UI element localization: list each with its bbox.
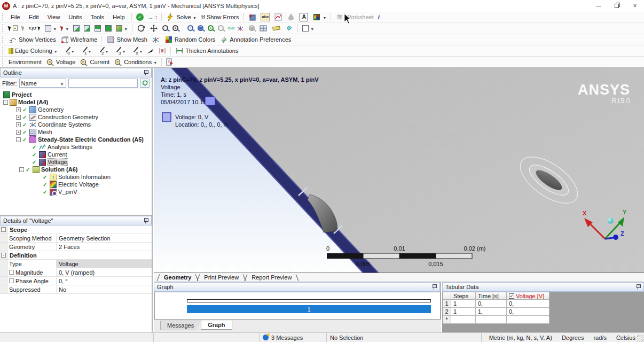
conditions-dropdown[interactable]: Conditions [112, 57, 159, 67]
tree-item-project[interactable]: Project [0, 91, 152, 98]
show-mesh-button[interactable]: Show Mesh [104, 35, 149, 44]
iso-view-icon[interactable]: ISO [226, 24, 247, 33]
menu-units[interactable]: Units [64, 13, 86, 21]
zoom-fit-icon[interactable]: ▣ [195, 25, 206, 32]
checkbox-icon[interactable] [9, 278, 14, 283]
selection-filter-dropdown[interactable] [43, 25, 59, 32]
menu-tools[interactable]: Tools [86, 13, 108, 21]
details-row-magnitude[interactable]: Magnitude 0, V (ramped) [0, 268, 152, 277]
menu-view[interactable]: View [43, 13, 65, 21]
toolbar-grip[interactable] [2, 58, 4, 66]
pan-icon[interactable] [147, 24, 160, 33]
body-filter-icon[interactable] [103, 25, 114, 32]
details-row-scoping-method[interactable]: Scoping Method Geometry Selection [0, 234, 152, 243]
hit-point-icon[interactable] [20, 25, 27, 32]
column-steps[interactable]: Steps [451, 292, 476, 300]
column-time[interactable]: Time [s] [476, 292, 507, 300]
ruler-icon[interactable] [270, 24, 282, 33]
image-capture-icon[interactable] [310, 12, 328, 22]
annotation-abc-icon[interactable]: abc [258, 12, 272, 22]
voltage-button[interactable]: Voltage [44, 57, 78, 67]
edge-direction-0-dropdown[interactable]: 0 [60, 46, 77, 55]
details-row-phase-angle[interactable]: Phase Angle 0, ° [0, 277, 152, 285]
worksheet-export-icon[interactable] [164, 58, 175, 66]
close-button[interactable]: × [626, 0, 644, 12]
unit-system[interactable]: Metric (m, kg, N, s, V, A) [489, 335, 552, 341]
filter-type-dropdown[interactable]: Name [19, 79, 66, 88]
filter-search-input[interactable] [68, 79, 138, 88]
tree-item-solution[interactable]: -✓Solution (A6) [0, 166, 152, 173]
mesh-metric-icon[interactable] [150, 35, 162, 44]
show-errors-button[interactable]: ?/ Show Errors [199, 13, 241, 21]
tree-item-current[interactable]: ✓Current [0, 151, 152, 158]
coordinate-pick-icon[interactable]: x,y,z [27, 25, 43, 32]
random-colors-button[interactable]: Random Colors [162, 35, 217, 44]
tree-item-solution-information[interactable]: ✓!Solution Information [0, 173, 152, 181]
tag-icon[interactable] [282, 24, 295, 33]
time-track[interactable] [187, 299, 431, 302]
details-row-geometry[interactable]: Geometry 2 Faces [0, 243, 152, 251]
details-row-suppressed[interactable]: Suppressed No [0, 285, 152, 294]
tree-item-electric-voltage[interactable]: ✓Electric Voltage [0, 181, 152, 188]
solve-button[interactable]: Solve [164, 12, 198, 22]
temperature-unit[interactable]: Celsius [616, 335, 635, 341]
show-vertices-button[interactable]: Show Vertices [6, 35, 58, 44]
box-zoom-icon[interactable]: ▫ [185, 25, 195, 32]
menu-file[interactable]: File [6, 13, 25, 21]
checked-checkbox-icon[interactable]: ✓ [509, 293, 514, 299]
viewports-icon[interactable] [257, 24, 270, 33]
details-group-scope[interactable]: - Scope [0, 226, 152, 234]
restore-button[interactable] [608, 0, 626, 12]
edge-direction-x-dropdown[interactable]: x [128, 46, 145, 55]
extend-selection-dropdown[interactable] [114, 25, 130, 32]
zoom-in-icon[interactable]: + [170, 25, 180, 32]
new-chart-icon[interactable] [272, 12, 285, 22]
toolbar-grip[interactable] [2, 24, 4, 32]
model-viewport[interactable]: 0 0,01 0,02 (m) 0,005 0,015 A: z pinC=70… [154, 68, 644, 273]
edge-direction-2-dropdown[interactable]: 2 [94, 46, 111, 55]
tree-item-steady-state-electric-conduction[interactable]: -✓Steady-State Electric Conduction (A5) [0, 136, 152, 143]
goto-icon[interactable]: →: [146, 13, 160, 21]
status-messages[interactable]: 3 Messages [260, 333, 327, 342]
rotate-icon[interactable] [135, 24, 147, 33]
refresh-tree-button[interactable] [140, 79, 150, 88]
tree-item-v-pinv[interactable]: ✓V_pinV [0, 188, 152, 196]
details-group-definition[interactable]: - Definition [0, 251, 152, 260]
magnify-out-icon[interactable]: − [216, 25, 226, 32]
tree-item-model[interactable]: -Model (A4) [0, 98, 152, 106]
tab-print-preview[interactable]: Print Preview [200, 274, 243, 281]
toolbar-grip[interactable] [2, 13, 4, 20]
chevron-down-icon[interactable] [193, 14, 197, 20]
status-units[interactable]: Metric (m, kg, N, s, V, A) Degrees rad/s… [482, 333, 644, 342]
resize-grip[interactable] [637, 335, 643, 341]
minimize-button[interactable] [590, 0, 608, 12]
checkbox-icon[interactable] [9, 270, 14, 275]
tab-geometry[interactable]: Geometry [160, 274, 195, 281]
tree-item-voltage[interactable]: ✓Voltage [0, 158, 152, 166]
pin-icon[interactable] [431, 284, 437, 290]
angle-unit[interactable]: Degrees [562, 335, 584, 341]
toolbar-grip[interactable] [2, 47, 4, 55]
edge-direction-3-dropdown[interactable]: 3 [111, 46, 128, 55]
step-bar[interactable]: 1 [187, 305, 431, 313]
thin-annotations-icon[interactable] [156, 47, 168, 55]
menu-help[interactable]: Help [108, 13, 129, 21]
tree-item-mesh[interactable]: +✓Mesh [0, 128, 152, 136]
toolbar-grip[interactable] [2, 36, 4, 43]
thicken-annotations-button[interactable]: Thicken Annotations [173, 46, 240, 56]
graph-canvas[interactable]: 1 [154, 292, 441, 320]
tree-item-analysis-settings[interactable]: ✓Analysis Settings [0, 143, 152, 151]
edge-filter-icon[interactable] [82, 25, 92, 32]
tree-item-construction-geometry[interactable]: +✓Construction Geometry [0, 113, 152, 121]
zoom-out-icon[interactable]: − [160, 25, 170, 32]
pin-icon[interactable] [143, 217, 148, 224]
menu-edit[interactable]: Edit [25, 13, 43, 21]
wireframe-button[interactable]: Wireframe [58, 35, 100, 44]
pin-icon[interactable] [143, 69, 148, 76]
direction-pin-icon[interactable] [145, 47, 156, 55]
column-voltage[interactable]: ✓Voltage [V] [507, 292, 549, 300]
text-annotation-icon[interactable]: A [297, 12, 310, 22]
tab-report-preview[interactable]: Report Preview [247, 274, 296, 281]
magnify-in-icon[interactable]: + [206, 25, 216, 32]
tree-item-geometry[interactable]: +✓Geometry [0, 106, 152, 113]
